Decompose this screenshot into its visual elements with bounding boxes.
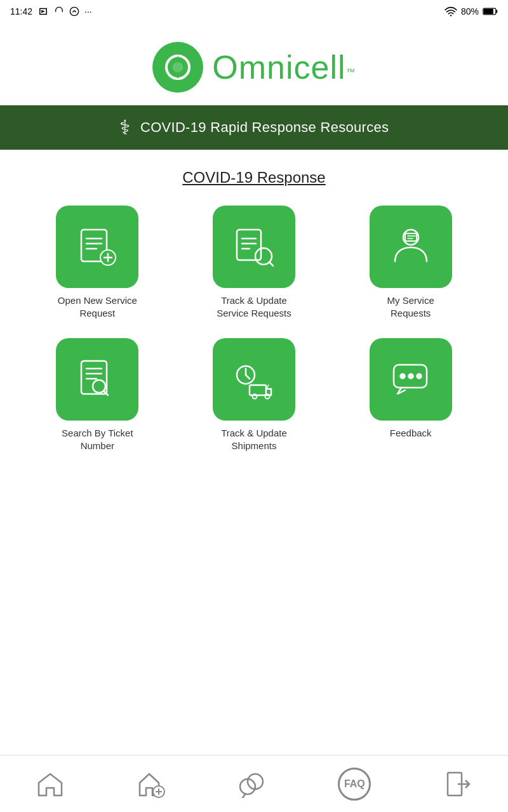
feedback-label: Feedback: [390, 427, 432, 440]
svg-rect-36: [250, 385, 266, 395]
svg-rect-24: [405, 233, 417, 241]
svg-point-43: [417, 374, 421, 379]
covid-banner[interactable]: ⚕ COVID-19 Rapid Response Resources: [0, 105, 508, 150]
status-right: 80%: [444, 6, 498, 16]
my-requests-icon: [389, 225, 433, 269]
my-service-requests-button[interactable]: [370, 206, 452, 288]
my-service-requests-label: My Service Requests: [366, 294, 455, 319]
caduceus-icon: ⚕: [119, 115, 130, 140]
open-service-request-button[interactable]: [56, 206, 138, 288]
track-service-requests-button[interactable]: [213, 206, 295, 288]
logo-circle: [152, 42, 203, 93]
track-shipments-icon: [232, 357, 276, 402]
nav-new-request[interactable]: [127, 765, 175, 803]
bottom-nav: FAQ: [0, 755, 508, 812]
covid-banner-text: COVID-19 Rapid Response Resources: [140, 119, 389, 136]
nav-faq[interactable]: FAQ: [328, 763, 381, 806]
grid-item-my-service-requests[interactable]: My Service Requests: [338, 206, 483, 319]
logo-area: Omnicell™: [0, 23, 508, 105]
search-ticket-button[interactable]: [56, 338, 138, 421]
headset-icon: [54, 6, 64, 16]
section-title: COVID-19 Response: [25, 169, 483, 187]
feedback-icon: [389, 357, 433, 402]
grid-item-search-ticket[interactable]: Search By Ticket Number: [25, 338, 170, 452]
track-request-icon: [232, 225, 276, 269]
search-ticket-icon: [75, 357, 119, 402]
up-icon: [69, 6, 79, 16]
track-shipments-button[interactable]: [213, 338, 295, 421]
logout-icon: [444, 770, 472, 798]
time-display: 11:42: [10, 6, 32, 16]
svg-point-42: [408, 374, 413, 379]
svg-line-35: [246, 375, 250, 379]
wifi-icon: [444, 6, 457, 16]
svg-rect-17: [237, 230, 261, 260]
faq-badge: FAQ: [338, 768, 371, 801]
status-left: 11:42 ···: [10, 6, 92, 16]
search-ticket-label: Search By Ticket Number: [53, 427, 142, 452]
nav-logout[interactable]: [434, 765, 482, 803]
svg-point-41: [400, 374, 404, 379]
play-icon: [37, 7, 49, 16]
track-service-requests-label: Track & Update Service Requests: [210, 294, 298, 319]
status-bar: 11:42 ··· 80%: [0, 0, 508, 23]
svg-point-2: [70, 7, 78, 15]
nav-home[interactable]: [26, 766, 74, 802]
trademark: ™: [346, 67, 356, 77]
chat-icon: [237, 770, 265, 798]
svg-point-3: [450, 15, 451, 16]
svg-marker-1: [41, 10, 45, 13]
battery-display: 80%: [461, 6, 479, 16]
new-request-icon: [75, 225, 119, 269]
logo-text-area: Omnicell™: [212, 48, 355, 86]
nav-chat[interactable]: [227, 765, 276, 803]
feedback-button[interactable]: [370, 338, 452, 421]
omnicell-logo-icon: [160, 49, 196, 85]
grid-container: Open New Service Request Track & Update …: [25, 206, 483, 452]
svg-rect-5: [496, 10, 497, 13]
grid-item-open-service-request[interactable]: Open New Service Request: [25, 206, 170, 319]
main-content: COVID-19 Response Open New Service Reque…: [0, 150, 508, 464]
dots-menu: ···: [84, 6, 92, 16]
grid-item-track-shipments[interactable]: Track & Update Shipments: [182, 338, 326, 452]
home-icon: [36, 771, 64, 797]
battery-icon: [483, 7, 498, 16]
svg-rect-6: [484, 9, 493, 14]
open-service-request-label: Open New Service Request: [53, 294, 142, 319]
grid-item-track-service-requests[interactable]: Track & Update Service Requests: [182, 206, 326, 319]
home-add-icon: [137, 770, 165, 798]
svg-line-22: [269, 262, 273, 266]
track-shipments-label: Track & Update Shipments: [210, 427, 298, 452]
brand-name: Omnicell: [212, 49, 345, 86]
grid-item-feedback[interactable]: Feedback: [338, 338, 483, 452]
